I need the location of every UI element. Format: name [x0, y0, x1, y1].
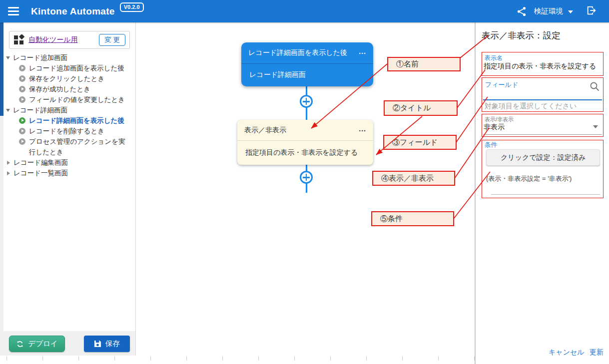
- panel-title: 表示／非表示：設定: [482, 29, 561, 41]
- chevron-down-icon: [568, 10, 573, 13]
- app-icon: [13, 34, 24, 45]
- play-icon: [19, 75, 25, 82]
- settings-panel: 表示／非表示：設定 表示名 指定項目の表示・非表示を設定する フィールド 対象項…: [475, 22, 609, 364]
- annotation-box-name: ①名前: [387, 57, 461, 71]
- tree-item-label: プロセス管理のアクションを実行したとき: [29, 136, 131, 157]
- field-input[interactable]: 対象項目を選択してください: [485, 102, 577, 111]
- save-button-label: 保存: [105, 339, 120, 349]
- annotation-box-condition: ⑤条件: [371, 211, 454, 226]
- sidebar: 自動化ツール用 変 更 レコード追加画面 レコード追加画面を表示した後 保存をク…: [0, 22, 136, 356]
- search-icon[interactable]: [589, 81, 600, 92]
- tree-group-record-list[interactable]: レコード一覧画面: [5, 168, 132, 178]
- cancel-link[interactable]: キャンセル: [549, 348, 585, 357]
- play-icon: [19, 128, 25, 134]
- tree-item-selected[interactable]: レコード詳細画面を表示した後: [5, 115, 132, 126]
- deploy-button[interactable]: デプロイ: [9, 336, 65, 352]
- kintone-automate-app: Kintone Automate V0.2.0 検証環境: [0, 0, 609, 364]
- tree-group-record-detail[interactable]: レコード詳細画面: [5, 105, 132, 115]
- field-input-underline: [483, 99, 602, 100]
- add-node-button[interactable]: [300, 95, 313, 108]
- play-icon: [19, 138, 25, 145]
- tree-group-label: レコード編集画面: [13, 158, 68, 167]
- event-tree: レコード追加画面 レコード追加画面を表示した後 保存をクリックしたとき 保存が成…: [5, 52, 132, 178]
- tree-item-label: レコードを削除するとき: [29, 126, 104, 136]
- field-section: フィールド 対象項目を選択してください: [482, 77, 604, 112]
- trigger-node-body: レコード詳細画面: [241, 64, 373, 86]
- triangle-right-icon: [7, 171, 10, 175]
- menu-icon[interactable]: [8, 7, 19, 15]
- annotation-box-visibility: ④表示／非表示: [372, 171, 455, 186]
- action-node-body: 指定項目の表示・非表示を設定する: [237, 141, 373, 164]
- update-link[interactable]: 更新: [590, 348, 604, 357]
- add-node-button[interactable]: [300, 171, 313, 184]
- tree-group-label: レコード詳細画面: [13, 106, 67, 115]
- trigger-node-title: レコード詳細画面を表示した後: [248, 48, 347, 57]
- sync-icon: [16, 340, 24, 348]
- field-label: フィールド: [485, 80, 518, 89]
- condition-set-button[interactable]: クリックで設定：設定済み: [486, 149, 600, 166]
- display-name-label: 表示名: [485, 54, 503, 62]
- tree-group-record-edit[interactable]: レコード編集画面: [5, 157, 132, 168]
- triangle-down-icon: [6, 56, 10, 59]
- tree-item[interactable]: レコードを削除するとき: [5, 126, 132, 136]
- sidebar-scrollbar-thumb[interactable]: [0, 22, 3, 116]
- annotation-box-title: ②タイトル: [384, 100, 458, 116]
- condition-section: 条件 クリックで設定：設定済み (表示・非表示設定 = '非表示'): [482, 140, 604, 198]
- triangle-down-icon: [6, 109, 10, 112]
- environment-selector[interactable]: 検証環境: [534, 6, 563, 16]
- annotation-box-field: ③フィールド: [383, 135, 457, 150]
- logout-button[interactable]: [582, 5, 601, 18]
- tree-item-label: 保存が成功したとき: [29, 84, 90, 94]
- tree-group-label: レコード一覧画面: [13, 169, 68, 178]
- play-icon: [19, 65, 25, 71]
- play-icon: [19, 96, 25, 103]
- deploy-button-label: デプロイ: [28, 339, 57, 349]
- app-header: Kintone Automate V0.2.0 検証環境: [0, 0, 609, 22]
- app-title: Kintone Automate: [31, 6, 115, 17]
- tree-item[interactable]: フィールドの値を変更したとき: [5, 94, 132, 105]
- visibility-label: 表示/非表示: [485, 116, 514, 123]
- app-name-link[interactable]: 自動化ツール用: [28, 35, 78, 44]
- visibility-select[interactable]: 非表示: [484, 123, 505, 132]
- play-icon: [19, 86, 25, 92]
- play-icon-active: [19, 117, 25, 124]
- save-button[interactable]: 保存: [84, 336, 130, 352]
- tree-item[interactable]: 保存をクリックしたとき: [5, 73, 132, 84]
- condition-summary: (表示・非表示設定 = '非表示'): [486, 174, 572, 183]
- action-node-title: 表示／非表示: [244, 126, 286, 135]
- node-menu-icon[interactable]: ...: [359, 47, 366, 55]
- tree-item[interactable]: プロセス管理のアクションを実行したとき: [5, 136, 132, 157]
- visibility-section: 表示/非表示 非表示: [482, 114, 604, 137]
- triangle-right-icon: [7, 161, 10, 165]
- tree-group-record-add[interactable]: レコード追加画面: [5, 52, 132, 63]
- save-icon: [94, 340, 101, 348]
- visibility-underline: [483, 134, 602, 135]
- share-icon[interactable]: [516, 6, 527, 17]
- tree-item[interactable]: 保存が成功したとき: [5, 84, 132, 94]
- sidebar-footer: デプロイ 保存: [3, 331, 135, 356]
- condition-label: 条件: [485, 141, 497, 149]
- tree-group-label: レコード追加画面: [13, 53, 67, 62]
- action-node[interactable]: 表示／非表示 ... 指定項目の表示・非表示を設定する: [237, 120, 373, 165]
- tree-item-label: フィールドの値を変更したとき: [29, 94, 125, 105]
- version-badge: V0.2.0: [120, 2, 144, 12]
- tree-item-label: レコード追加画面を表示した後: [29, 63, 124, 73]
- change-app-button[interactable]: 変 更: [99, 34, 125, 46]
- logout-icon: [586, 5, 597, 16]
- display-name-value: 指定項目の表示・非表示を設定する: [484, 62, 596, 71]
- node-menu-icon[interactable]: ...: [359, 125, 366, 133]
- condition-divider: [491, 194, 600, 195]
- sidebar-scrollbar-track[interactable]: [0, 22, 3, 356]
- trigger-node[interactable]: レコード詳細画面を表示した後 ... レコード詳細画面: [241, 42, 373, 86]
- app-selector-box: 自動化ツール用 変 更: [9, 31, 130, 49]
- tree-item[interactable]: レコード追加画面を表示した後: [5, 63, 132, 73]
- tree-item-label: 保存をクリックしたとき: [29, 73, 104, 84]
- display-name-section: 表示名 指定項目の表示・非表示を設定する: [482, 52, 604, 76]
- dropdown-caret-icon[interactable]: [593, 125, 598, 128]
- tree-item-label: レコード詳細画面を表示した後: [29, 115, 124, 126]
